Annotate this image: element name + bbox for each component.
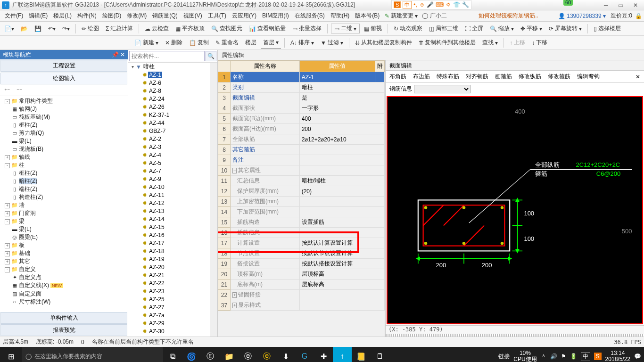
taskbar-app[interactable]: 📒 <box>352 347 371 362</box>
property-row[interactable]: 20 顶标高(m)层顶标高 <box>218 269 385 280</box>
list-item[interactable]: ✹AZ-23 <box>128 287 210 295</box>
menu-item[interactable]: 构件(N) <box>74 11 99 20</box>
tree-node[interactable]: -📁梁 <box>5 217 128 225</box>
tray-notifications[interactable]: 💬 <box>634 353 641 360</box>
comp-copy-button[interactable]: 📋 复制 <box>187 37 211 48</box>
pin-icon[interactable]: 📌 <box>112 51 119 58</box>
tree-node[interactable]: ▯框柱(Z) <box>11 121 128 129</box>
menu-item[interactable]: 绘图(D) <box>99 11 124 20</box>
tree-node[interactable]: +📁基础 <box>5 249 128 257</box>
fullscreen-button[interactable]: ⛶ 全屏 <box>462 23 486 34</box>
rebar-info-select[interactable] <box>414 85 471 93</box>
section-tab[interactable]: 画箍筋 <box>494 71 513 82</box>
ime-item[interactable]: 🎤 <box>427 1 434 8</box>
nav-close-icon[interactable]: ✕ <box>120 51 125 58</box>
section-tab[interactable]: 编辑弯钩 <box>576 71 601 82</box>
list-item[interactable]: ✹AZ-5 <box>128 159 210 167</box>
draw-button[interactable]: ✏ 绘图 <box>79 23 101 34</box>
property-row[interactable]: 8其它箍筋 <box>218 145 385 155</box>
property-row[interactable]: 6截面高(H边)(mm)200 <box>218 124 385 134</box>
tree-node[interactable]: ▭筏板基础(M) <box>11 113 128 121</box>
menu-item[interactable]: 修改(M) <box>124 11 149 20</box>
taskbar-app[interactable]: 📁 <box>220 347 239 362</box>
list-item[interactable]: ✹AZ-12 <box>128 199 210 207</box>
component-scrollbar[interactable] <box>210 63 217 337</box>
list-item[interactable]: ✹AZ-1 <box>128 71 210 79</box>
tray-icon[interactable]: ＾ <box>541 353 546 361</box>
menu-item[interactable]: 文件(F) <box>2 11 26 20</box>
tray-link-label[interactable]: 链接 <box>498 353 510 361</box>
filter-button[interactable]: ▼ 过滤 ▾ <box>318 37 346 48</box>
list-item[interactable]: ✹AZ-22 <box>128 279 210 287</box>
tree-node[interactable]: +📁墙 <box>5 201 128 209</box>
find-elem-button[interactable]: 🔍 查找图元 <box>209 23 245 34</box>
tree-node[interactable]: ▯构造柱(Z) <box>11 193 128 201</box>
tray-ime[interactable]: 中 <box>581 352 590 361</box>
list-item[interactable]: ✹AZ-26 <box>128 103 210 111</box>
list-item[interactable]: ✹AZ-25 <box>128 295 210 303</box>
property-row[interactable]: 19 搭接设置按默认搭接设置计算 <box>218 259 385 269</box>
property-row[interactable]: 37+显示样式 <box>218 300 385 311</box>
account-link[interactable]: 👤 13907298339 ▾ <box>556 13 608 19</box>
property-row[interactable]: 17 计算设置按默认计算设置计算 <box>218 238 385 248</box>
list-item[interactable]: ✹AZ-7a <box>128 311 210 319</box>
property-row[interactable]: 10−其它属性 <box>218 165 385 176</box>
zoom-button[interactable]: 🔍 缩放 ▾ <box>487 23 516 34</box>
section-tab[interactable]: 修改箍筋 <box>547 71 571 82</box>
tray-icon[interactable]: ⚑ <box>561 353 566 360</box>
menu-item[interactable]: 云应用(Y) <box>229 11 259 20</box>
list-item[interactable]: ✹AZ-30 <box>128 327 210 335</box>
property-table[interactable]: 属性名称 属性值 附 1名称AZ-12类别暗柱3截面编辑是4截面形状一字形5截面… <box>218 60 385 311</box>
taskbar-app[interactable]: ✚ <box>314 347 333 362</box>
tree-node[interactable]: +📁板 <box>5 241 128 249</box>
list-item[interactable]: ✹AZ-15 <box>128 223 210 231</box>
section-tab[interactable]: 特殊布筋 <box>436 71 460 82</box>
component-search-button[interactable]: 🔍 <box>206 51 216 61</box>
section-tab[interactable]: 对齐钢筋 <box>465 71 489 82</box>
local-3d-button[interactable]: ◫ 局部三维 <box>427 23 461 34</box>
tray-ime-brand[interactable]: S <box>594 353 602 360</box>
tree-node[interactable]: +📁其它 <box>5 257 128 265</box>
save-button[interactable]: 💾 <box>32 24 44 33</box>
taskbar-app[interactable]: ⬇ <box>276 347 295 362</box>
property-row[interactable]: 13 上加密范围(mm) <box>218 197 385 207</box>
user-pill[interactable]: ◯ 广小二 <box>420 12 448 20</box>
select-floor-button[interactable]: ▯ 选择楼层 <box>591 23 623 34</box>
section-tab[interactable]: 布边筋 <box>412 71 431 82</box>
list-item[interactable]: ✹AZ-24 <box>128 95 210 103</box>
copy-from-floor-button[interactable]: ⇊ 从其他楼层复制构件 <box>353 37 414 48</box>
property-row[interactable]: 3截面编辑是 <box>218 93 385 103</box>
component-list[interactable]: ▾▼暗柱✹AZ-1✹AZ-6✹AZ-8✹AZ-24✹AZ-26✹KZ-37-1✹… <box>128 62 217 337</box>
nav-tool-2[interactable]: ⁻⁻ <box>14 86 25 95</box>
list-item[interactable]: ✹GBZ-7 <box>128 127 210 135</box>
list-item[interactable]: ✹AZ-44 <box>128 119 210 127</box>
taskbar-app[interactable]: ⓔ <box>239 347 257 362</box>
tree-node[interactable]: ◎圈梁(E) <box>11 233 128 241</box>
taskbar-app[interactable]: G <box>295 347 314 362</box>
list-item[interactable]: ✹AZ-11 <box>128 191 210 199</box>
tree-node[interactable]: ✦自定义点 <box>11 273 128 281</box>
property-row[interactable]: 1名称AZ-1 <box>218 72 385 82</box>
tree-node[interactable]: +📁门窗洞 <box>5 209 128 217</box>
list-item[interactable]: ✹AZ-9 <box>128 175 210 183</box>
open-button[interactable]: 📂 <box>18 24 30 33</box>
menu-item[interactable]: 帮助(H) <box>328 11 353 20</box>
update-badge[interactable]: 60 <box>563 0 573 6</box>
start-button[interactable]: ⊞ <box>0 347 22 362</box>
taskbar-app[interactable]: ⓔ <box>257 347 276 362</box>
list-item[interactable]: ✹AZ-6 <box>128 79 210 87</box>
tray-icon[interactable]: 🔊 <box>550 353 557 360</box>
ime-item[interactable]: 👕 <box>453 1 460 8</box>
sort-button[interactable]: A↓ 排序 ▾ <box>288 37 316 48</box>
ime-brand[interactable]: S <box>394 1 401 8</box>
tree-node[interactable]: ▦自定义线(X)NEW <box>11 281 128 290</box>
list-item[interactable]: ✹AZ-20 <box>128 263 210 271</box>
menu-item[interactable]: 在线服务(S) <box>292 11 328 20</box>
menu-item[interactable]: 编辑(E) <box>26 11 50 20</box>
tree-node[interactable]: ▯端柱(Z) <box>11 185 128 193</box>
tree-node[interactable]: ▬梁(L) <box>11 225 128 233</box>
task-view-button[interactable]: ⧉ <box>163 347 182 362</box>
undo-button[interactable]: ↶▾ <box>46 24 58 33</box>
new-change-button[interactable]: ✎新建变更 ▾ <box>382 10 420 21</box>
credits-label[interactable]: 造价豆:0 <box>608 10 635 21</box>
